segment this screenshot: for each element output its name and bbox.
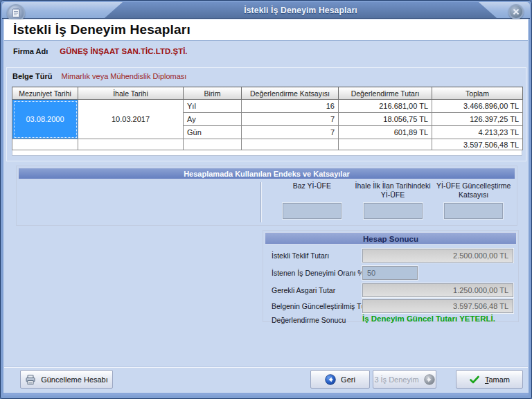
- ihale-ilan-yiufe-field[interactable]: [364, 203, 423, 219]
- deneyim-orani-label: İstenen İş Deneyimi Oranı %: [272, 269, 364, 277]
- belge-group: Belge Türü Mimarlık veya Mühendislik Dip…: [6, 67, 526, 161]
- cell-toplam[interactable]: 3.466.896,00 TL: [432, 100, 523, 113]
- geri-label: Geri: [341, 375, 355, 384]
- guncellestirilmis-tutar-label: Belgenin Güncelleştirilmiş Tutarı: [272, 302, 375, 310]
- cell-mezuniyet-tarihi[interactable]: 03.08.2000: [12, 100, 78, 139]
- grid-footer-strip: [12, 150, 522, 156]
- cell-katsayi[interactable]: 7: [242, 113, 339, 126]
- dialog-window: İstekli İş Deneyim Hesapları İstekli İş …: [0, 0, 532, 399]
- col-header-mezuniyet[interactable]: Mezuniyet Tarihi: [12, 87, 78, 100]
- cell-tutar[interactable]: 216.681,00 TL: [339, 100, 432, 113]
- col-header-ihale[interactable]: İhale Tarihi: [78, 87, 184, 100]
- is-deneyim-button: 3 İş Deneyim: [373, 370, 436, 389]
- cell-toplam[interactable]: 4.213,23 TL: [432, 126, 523, 139]
- page-title: İstekli İş Deneyim Hesapları: [4, 19, 528, 37]
- panel-divider: [260, 182, 261, 222]
- check-icon: [469, 374, 480, 385]
- window-title: İstekli İş Deneyim Hesapları: [244, 6, 357, 15]
- teklif-tutari-label: İstekli Teklif Tutarı: [272, 251, 329, 260]
- titlebar[interactable]: İstekli İş Deneyim Hesapları: [2, 2, 530, 19]
- cell-birim[interactable]: Ay: [184, 113, 242, 126]
- guncelleme-hesabi-label: Güncelleme Hesabı: [41, 375, 108, 384]
- col-header-katsayi[interactable]: Değerlendirme Katsayısı: [242, 87, 339, 100]
- is-deneyim-label: 3 İş Deneyim: [374, 375, 418, 384]
- teklif-tutari-field: 2.500.000,00 TL: [362, 249, 513, 263]
- degerlendirme-sonucu-value: İş Deneyim Güncel Tutarı YETERLİ.: [362, 314, 495, 323]
- cell-katsayi[interactable]: 7: [242, 126, 339, 139]
- firma-row: Firma Adı GÜNEŞ İNŞAAT SAN.TİC.LTD.ŞTİ.: [13, 47, 188, 55]
- cell-tutar[interactable]: 601,89 TL: [339, 126, 432, 139]
- tamam-label: Tamam: [485, 375, 510, 384]
- firma-value: GÜNEŞ İNŞAAT SAN.TİC.LTD.ŞTİ.: [60, 47, 187, 55]
- guncellestirilmis-tutar-field: 3.597.506,48 TL: [362, 299, 513, 313]
- cell-ihale-tarihi[interactable]: 10.03.2017: [78, 100, 184, 139]
- cell-grand-total: 3.597.506,48 TL: [432, 139, 523, 150]
- tamam-button[interactable]: Tamam: [456, 370, 523, 389]
- cell-katsayi[interactable]: 16: [242, 100, 339, 113]
- baz-yiufe-label: Baz Yİ-ÜFE: [293, 181, 331, 201]
- col-header-birim[interactable]: Birim: [184, 87, 242, 100]
- cell-birim[interactable]: Gün: [184, 126, 242, 139]
- cell-tutar[interactable]: 18.056,75 TL: [339, 113, 432, 126]
- cell-toplam[interactable]: 126.397,25 TL: [432, 113, 523, 126]
- endeks-panel-title: Hesaplamada Kullanılan Endeks ve Katsayı…: [18, 168, 515, 179]
- geri-button[interactable]: Geri: [310, 370, 370, 389]
- belge-value: Mimarlık veya Mühendislik Diploması: [61, 72, 186, 80]
- guncellestirme-katsayisi-field[interactable]: [444, 203, 503, 219]
- experience-grid: Mezuniyet Tarihi İhale Tarihi Birim Değe…: [12, 87, 523, 150]
- firma-label: Firma Adı: [13, 47, 48, 55]
- grid-header-row: Mezuniyet Tarihi İhale Tarihi Birim Değe…: [12, 87, 523, 100]
- belge-label: Belge Türü: [12, 72, 52, 80]
- col-header-toplam[interactable]: Toplam: [432, 87, 523, 100]
- guncellestirme-katsayisi-label: Yİ-ÜFE Güncelleştirme Katsayısı: [433, 181, 514, 201]
- close-icon: [513, 8, 520, 15]
- printer-icon: [25, 374, 36, 385]
- hesap-sonucu-panel: Hesap Sonucu İstekli Teklif Tutarı 2.500…: [263, 230, 519, 322]
- baz-yiufe-field[interactable]: [283, 203, 342, 219]
- cell-birim[interactable]: Yıl: [184, 100, 242, 113]
- page-header: İstekli İş Deneyim Hesapları: [4, 19, 528, 41]
- deneyim-orani-field[interactable]: 50: [362, 266, 418, 280]
- degerlendirme-sonucu-label: Değerlendirme Sonucu: [272, 316, 346, 324]
- asgari-tutar-label: Gerekli Asgari Tutar: [272, 286, 335, 294]
- endeks-panel: Hesaplamada Kullanılan Endeks ve Katsayı…: [16, 166, 517, 226]
- asgari-tutar-field: 1.250.000,00 TL: [362, 283, 513, 297]
- titlebar-tab: İstekli İş Deneyim Hesapları: [105, 2, 497, 18]
- bottom-separator: [4, 366, 528, 368]
- belge-row: Belge Türü Mimarlık veya Mühendislik Dip…: [12, 72, 186, 80]
- ihale-ilan-yiufe-label: İhale İlk İlan Tarihindeki Yİ-ÜFE: [353, 181, 434, 201]
- close-button[interactable]: [508, 4, 524, 19]
- grid-total-row: 3.597.506,48 TL: [12, 139, 523, 150]
- back-arrow-icon: [325, 374, 336, 385]
- guncelleme-hesabi-button[interactable]: Güncelleme Hesabı: [20, 370, 113, 389]
- hesap-sonucu-title: Hesap Sonucu: [265, 232, 517, 245]
- forward-arrow-icon: [424, 374, 435, 385]
- col-header-tutar[interactable]: Değerlendirme Tutarı: [339, 87, 432, 100]
- grid-row-yil: 03.08.2000 10.03.2017 Yıl 16 216.681,00 …: [12, 100, 523, 113]
